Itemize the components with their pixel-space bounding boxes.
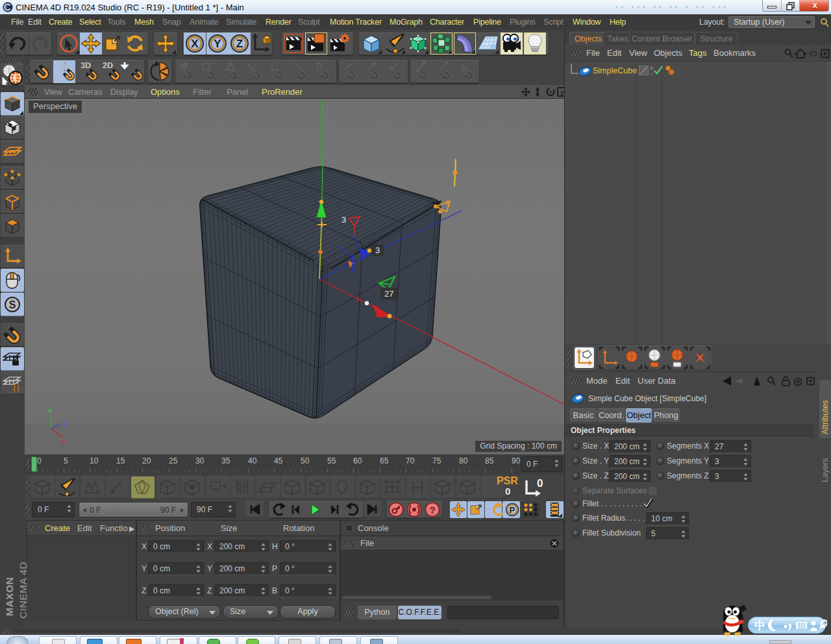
svg-text:P: P — [510, 506, 515, 515]
svg-text:3D: 3D — [81, 61, 91, 70]
svg-text:Y: Y — [47, 408, 53, 415]
svg-text:Z: Z — [236, 38, 243, 50]
svg-text:(): () — [62, 61, 68, 71]
svg-text:2D: 2D — [103, 61, 113, 70]
svg-text:S: S — [9, 299, 16, 310]
svg-text:3: 3 — [341, 215, 346, 225]
svg-text:0: 0 — [537, 477, 543, 489]
svg-text:X: X — [61, 438, 66, 446]
svg-text:27: 27 — [384, 289, 393, 299]
svg-text:(): () — [13, 382, 19, 393]
svg-text:Y: Y — [214, 38, 221, 50]
svg-text:中: 中 — [754, 619, 765, 632]
svg-text:?: ? — [429, 504, 435, 515]
svg-text:X: X — [191, 38, 199, 50]
svg-text:3: 3 — [375, 245, 380, 255]
svg-text:Z: Z — [64, 420, 68, 428]
